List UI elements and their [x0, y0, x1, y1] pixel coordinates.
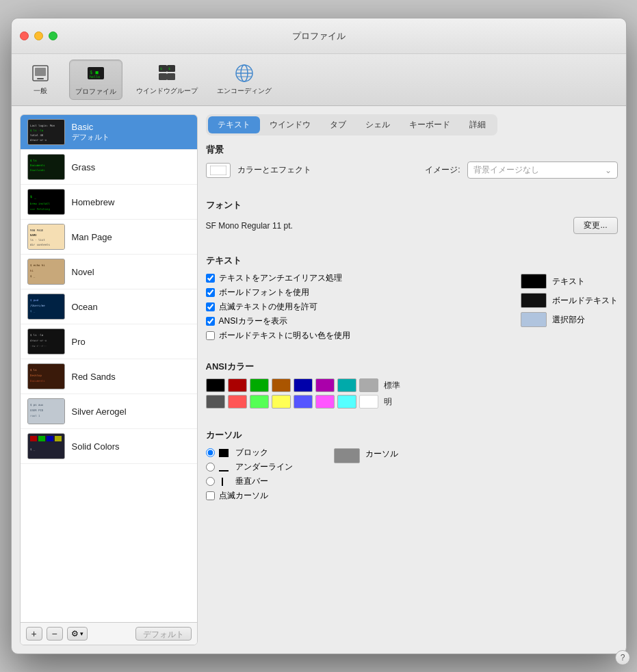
cursor-options: ブロック アンダーライン — [206, 447, 293, 504]
toolbar-general-label: 一般 — [34, 86, 47, 96]
font-title: フォント — [206, 199, 618, 211]
tab-shell[interactable]: シェル — [356, 116, 400, 133]
ansi-normal-0[interactable] — [206, 378, 225, 392]
ansi-checkbox[interactable] — [206, 317, 215, 326]
bold-checkbox[interactable] — [206, 288, 215, 297]
cursor-underline-label: アンダーライン — [235, 461, 293, 473]
svg-text:NAME: NAME — [30, 233, 37, 237]
sidebar-item-silveraerogel[interactable]: $ ps aux USER PID root 1 Silver Aerogel — [21, 394, 197, 429]
tab-advanced[interactable]: 詳細 — [460, 116, 495, 133]
pro-name: Pro — [72, 337, 86, 347]
silveraerogel-text: Silver Aerogel — [72, 406, 127, 417]
help-button[interactable]: ? — [615, 650, 626, 654]
windowgroups-icon: $ $ — [156, 62, 178, 84]
text-color-swatch[interactable] — [521, 274, 547, 289]
thumbnail-solidcolors: $ _ — [27, 433, 65, 459]
remove-profile-button[interactable]: − — [47, 627, 63, 641]
sidebar-item-solidcolors[interactable]: $ _ Solid Colors — [21, 429, 197, 464]
ansi-normal-7[interactable] — [359, 378, 378, 392]
ansi-bright-6[interactable] — [337, 395, 356, 409]
gear-menu-button[interactable]: ⚙ ▾ — [67, 627, 88, 641]
bold-color-swatch[interactable] — [521, 293, 547, 308]
background-color-button[interactable] — [206, 163, 231, 178]
redsands-text: Red Sands — [72, 372, 116, 382]
basic-name: Basic — [72, 122, 109, 132]
cursor-block-label: ブロック — [235, 447, 268, 458]
cursor-vbar-radio[interactable] — [206, 477, 215, 486]
toolbar-encoding[interactable]: エンコーディング — [211, 60, 277, 100]
text-two-col: テキストをアンチエイリアス処理 ボールドフォントを使用 点滅テキストの使用を許可 — [206, 272, 618, 344]
cursor-color-area: カーソル — [334, 447, 398, 504]
thumbnail-novel: $ echo hi hi $ _ — [27, 259, 65, 285]
svg-text:$ _: $ _ — [30, 448, 36, 451]
ansi-normal-3[interactable] — [272, 378, 291, 392]
selection-color-label: 選択部分 — [552, 314, 585, 326]
sidebar-item-pro[interactable]: $ ls -la drwxr-xr-x -rw-r--r-- Pro — [21, 324, 197, 359]
ansi-normal-5[interactable] — [315, 378, 335, 392]
profile-list: Last login: Mon $ ls -la total 48 drwxr-… — [21, 115, 197, 622]
change-font-button[interactable]: 変更... — [573, 217, 617, 234]
selection-color-swatch[interactable] — [521, 312, 547, 327]
blink-checkbox[interactable] — [206, 302, 215, 311]
ansi-bright-4[interactable] — [294, 395, 313, 409]
svg-text:ls - list: ls - list — [30, 238, 45, 242]
antialias-checkbox[interactable] — [206, 274, 215, 283]
tab-keyboard[interactable]: キーボード — [400, 116, 460, 133]
svg-rect-59 — [55, 436, 62, 441]
vbar-cursor-icon — [219, 478, 229, 486]
ansi-bright-5[interactable] — [315, 395, 335, 409]
thumbnail-ocean: $ pwd /Users/me $ _ — [27, 294, 65, 320]
main-window: プロファイル 一般 $ ■ hello プロファイル — [11, 18, 627, 654]
svg-text:$: $ — [168, 66, 170, 70]
cursor-blink-checkbox[interactable] — [206, 491, 215, 500]
ansi-bright-1[interactable] — [228, 395, 247, 409]
cursor-title: カーソル — [206, 429, 618, 441]
tab-tab[interactable]: タブ — [320, 116, 356, 133]
image-dropdown[interactable]: 背景イメージなし ⌄ — [467, 161, 618, 179]
pro-text: Pro — [72, 337, 86, 347]
bright-checkbox[interactable] — [206, 331, 215, 340]
tab-window[interactable]: ウインドウ — [260, 116, 320, 133]
set-default-button[interactable]: デフォルト — [135, 627, 192, 641]
tab-text[interactable]: テキスト — [208, 116, 260, 133]
svg-text:Last login: Mon: Last login: Mon — [30, 124, 55, 127]
sidebar-item-basic[interactable]: Last login: Mon $ ls -la total 48 drwxr-… — [21, 115, 197, 150]
image-placeholder: 背景イメージなし — [473, 164, 539, 176]
minimize-button[interactable] — [34, 31, 43, 40]
novel-text: Novel — [72, 267, 94, 277]
add-profile-button[interactable]: + — [26, 627, 42, 641]
bright-label: ボールドテキストに明るい色を使用 — [219, 330, 350, 341]
cursor-color-swatch[interactable] — [334, 448, 360, 463]
ansi-normal-2[interactable] — [250, 378, 269, 392]
sidebar-item-manpage[interactable]: MAN PAGE NAME ls - list dir contents Man… — [21, 220, 197, 255]
ansi-bright-7[interactable] — [359, 395, 378, 409]
sidebar-item-redsands[interactable]: $ ls Desktop Documents Red Sands — [21, 359, 197, 394]
toolbar-windowgroups[interactable]: $ $ ウインドウグループ — [131, 60, 203, 100]
bold-color-label: ボールドテキスト — [552, 295, 618, 307]
cursor-block-radio[interactable] — [206, 448, 215, 457]
ansi-normal-6[interactable] — [337, 378, 356, 392]
cursor-underline-radio[interactable] — [206, 463, 215, 471]
ansi-normal-label: 標準 — [384, 380, 400, 391]
ansi-title: ANSIカラー — [206, 361, 618, 373]
ansi-normal-1[interactable] — [228, 378, 247, 392]
ansi-normal-4[interactable] — [294, 378, 313, 392]
svg-text:-rw-r--r--: -rw-r--r-- — [30, 344, 47, 348]
ansi-bright-3[interactable] — [272, 395, 291, 409]
close-button[interactable] — [20, 31, 29, 40]
text-color-label: テキスト — [552, 276, 585, 287]
toolbar-general[interactable]: 一般 — [20, 60, 61, 100]
ansi-label: ANSIカラーを表示 — [219, 315, 287, 327]
ansi-bright-0[interactable] — [206, 395, 225, 409]
toolbar: 一般 $ ■ hello プロファイル $ $ — [12, 54, 626, 106]
toolbar-profiles[interactable]: $ ■ hello プロファイル — [69, 60, 122, 100]
sidebar-item-ocean[interactable]: $ pwd /Users/me $ _ Ocean — [21, 289, 197, 324]
maximize-button[interactable] — [49, 31, 57, 40]
sidebar-item-novel[interactable]: $ echo hi hi $ _ Novel — [21, 255, 197, 289]
checkbox-bold: ボールドフォントを使用 — [206, 287, 510, 298]
sidebar-item-grass[interactable]: $ ls Documents Downloads Grass — [21, 150, 197, 185]
sidebar-item-homebrew[interactable]: $ _ brew install ==> Fetching Homebrew — [21, 185, 197, 220]
checkbox-bright: ボールドテキストに明るい色を使用 — [206, 330, 510, 341]
ansi-bright-2[interactable] — [250, 395, 269, 409]
ansi-bright-label: 明 — [384, 396, 392, 408]
